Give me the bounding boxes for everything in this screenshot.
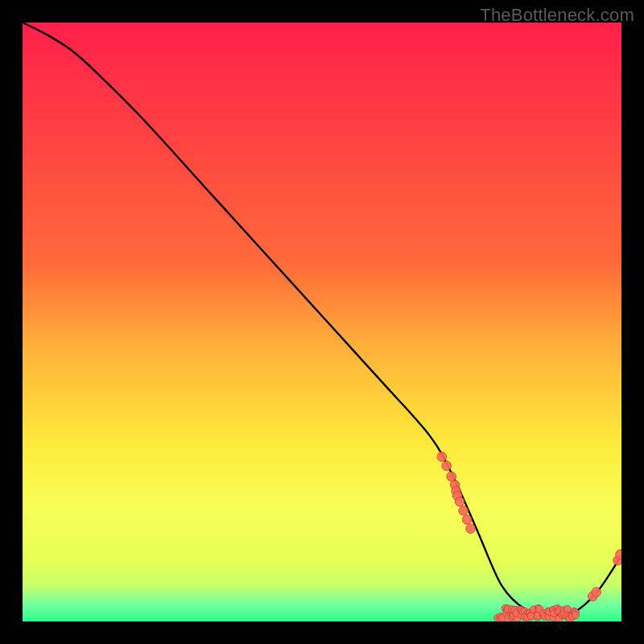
data-marker bbox=[442, 461, 452, 471]
data-marker bbox=[447, 472, 456, 481]
watermark-text: TheBottleneck.com bbox=[480, 5, 634, 26]
data-marker bbox=[592, 588, 601, 597]
data-marker bbox=[437, 452, 447, 462]
plot-area bbox=[23, 23, 621, 621]
gradient-bg bbox=[23, 23, 621, 621]
chart-frame: TheBottleneck.com bbox=[0, 0, 644, 644]
data-marker bbox=[455, 497, 464, 506]
data-marker bbox=[459, 506, 469, 516]
data-marker bbox=[466, 524, 476, 534]
data-marker bbox=[572, 611, 579, 618]
data-marker bbox=[616, 550, 621, 559]
data-marker bbox=[462, 515, 472, 525]
plot-svg bbox=[23, 23, 621, 621]
